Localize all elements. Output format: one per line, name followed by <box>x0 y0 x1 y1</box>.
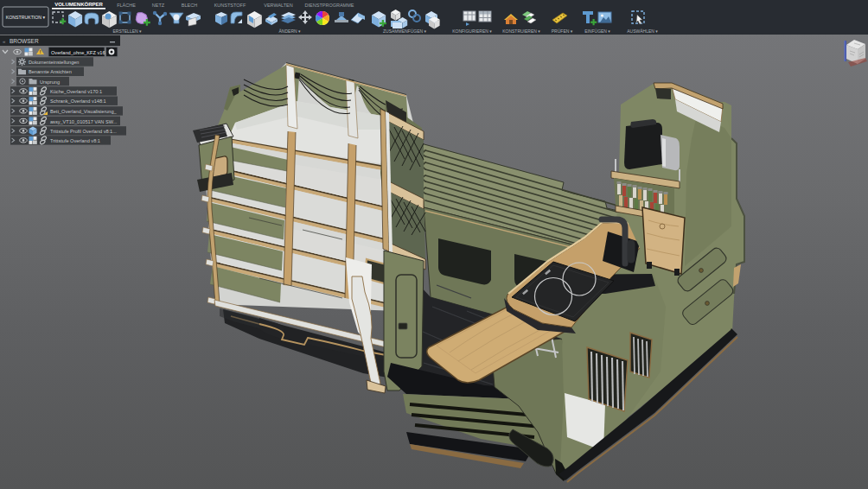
svg-text:KONFIGURIEREN ▾: KONFIGURIEREN ▾ <box>452 29 492 34</box>
svg-text:EINFÜGEN ▾: EINFÜGEN ▾ <box>584 29 610 34</box>
svg-text:DIENSTPROGRAMME: DIENSTPROGRAMME <box>305 3 354 8</box>
svg-text:ZUSAMMENFÜGEN ▾: ZUSAMMENFÜGEN ▾ <box>383 29 427 34</box>
svg-text:AUSWÄHLEN ▾: AUSWÄHLEN ▾ <box>627 29 658 34</box>
svg-text:Bett_Overland_Visualisierung_: Bett_Overland_Visualisierung_ <box>50 109 118 114</box>
svg-text:Overland_ohne_KFZ v16: Overland_ohne_KFZ v16 <box>51 50 105 55</box>
svg-text:NETZ: NETZ <box>152 3 165 8</box>
svg-text:ÄNDERN ▾: ÄNDERN ▾ <box>278 29 301 34</box>
svg-text:Schrank_Overland v148:1: Schrank_Overland v148:1 <box>50 98 106 104</box>
svg-text:VOLUMENKÖRPER: VOLUMENKÖRPER <box>54 2 103 7</box>
svg-text:KUNSTSTOFF: KUNSTSTOFF <box>214 3 246 8</box>
svg-text:Ursprung: Ursprung <box>40 79 60 85</box>
svg-text:BROWSER: BROWSER <box>10 38 39 44</box>
svg-text:ERSTELLEN ▾: ERSTELLEN ▾ <box>112 29 142 34</box>
svg-text:Benannte Ansichten: Benannte Ansichten <box>29 69 72 74</box>
svg-text:Trittstufe Overland v8:1: Trittstufe Overland v8:1 <box>50 138 100 143</box>
svg-text:KONSTRUKTION ▾: KONSTRUKTION ▾ <box>6 15 46 20</box>
svg-text:FLÄCHE: FLÄCHE <box>117 3 136 8</box>
svg-text:KONSTRUIEREN ▾: KONSTRUIEREN ▾ <box>502 29 540 34</box>
svg-text:PRÜFEN ▾: PRÜFEN ▾ <box>552 29 573 34</box>
svg-text:VERWALTEN: VERWALTEN <box>264 3 293 8</box>
svg-text:BLECH: BLECH <box>182 3 197 8</box>
svg-text:assy_VT10_010517 VAN SW...: assy_VT10_010517 VAN SW... <box>50 119 118 124</box>
svg-text:Küche_Overland v170:1: Küche_Overland v170:1 <box>50 89 102 94</box>
svg-text:Trittstufe Profil Overland v8:: Trittstufe Profil Overland v8:1... <box>50 129 117 134</box>
svg-text:Dokumenteinstellungen: Dokumenteinstellungen <box>29 60 79 65</box>
